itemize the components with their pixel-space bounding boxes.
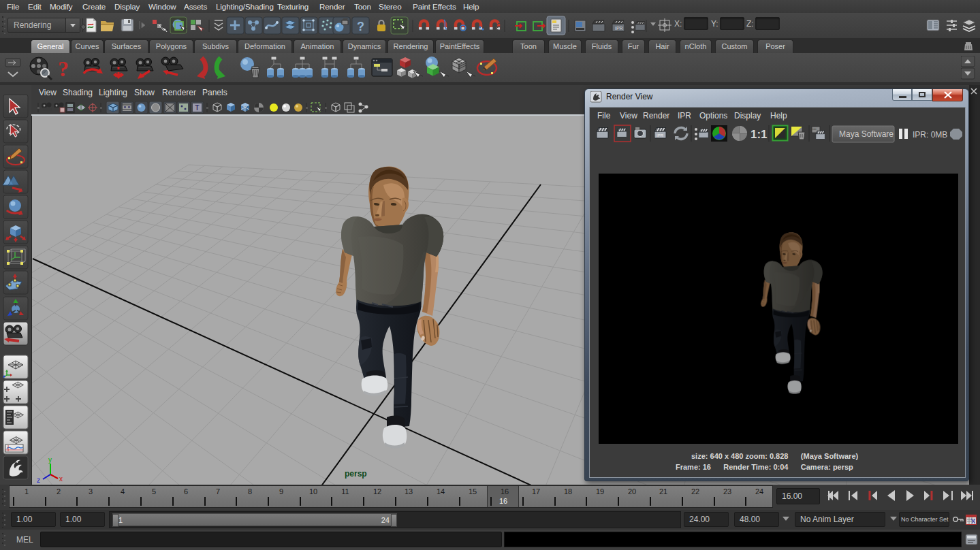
svg-text:?: ? [357,20,364,33]
svg-text:IPR: IPR [657,133,664,138]
svg-text:x: x [59,475,63,483]
svg-text:1:1: 1:1 [750,128,768,141]
svg-text:"": "" [812,127,817,133]
svg-text:IPR: 0MB: IPR: 0MB [913,130,947,140]
svg-text:Maya Software: Maya Software [839,129,894,139]
svg-text:T: T [195,103,200,112]
svg-text:y: y [48,456,52,464]
svg-text:?: ? [58,56,69,81]
svg-text:IPR: IPR [615,26,623,31]
svg-text:z: z [37,476,40,484]
